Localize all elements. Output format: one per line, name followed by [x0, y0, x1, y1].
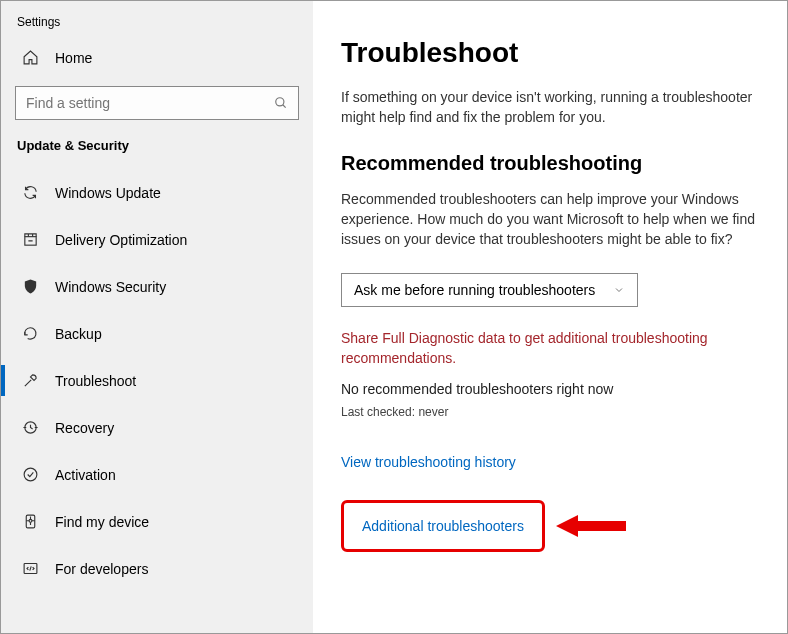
sidebar-item-label: Delivery Optimization — [55, 232, 187, 248]
sidebar-section-header: Update & Security — [1, 136, 313, 169]
home-button[interactable]: Home — [1, 29, 313, 78]
window-title: Settings — [1, 13, 313, 29]
sidebar-item-backup[interactable]: Backup — [1, 310, 313, 357]
recovery-icon — [21, 419, 39, 436]
refresh-icon — [21, 184, 39, 201]
dropdown-value: Ask me before running troubleshooters — [354, 282, 595, 298]
svg-line-1 — [283, 105, 286, 108]
svg-point-0 — [276, 98, 284, 106]
sidebar-item-windows-update[interactable]: Windows Update — [1, 169, 313, 216]
additional-troubleshooters-link[interactable]: Additional troubleshooters — [362, 518, 524, 534]
check-circle-icon — [21, 466, 39, 483]
svg-point-4 — [24, 468, 37, 481]
sidebar-item-delivery-optimization[interactable]: Delivery Optimization — [1, 216, 313, 263]
delivery-icon — [21, 231, 39, 248]
sidebar-item-windows-security[interactable]: Windows Security — [1, 263, 313, 310]
diagnostic-warning: Share Full Diagnostic data to get additi… — [341, 329, 759, 368]
sidebar-item-label: Recovery — [55, 420, 114, 436]
location-icon — [21, 513, 39, 530]
sidebar-item-for-developers[interactable]: For developers — [1, 545, 313, 592]
sidebar: Settings Home Update & Security Windows … — [1, 1, 313, 633]
page-title: Troubleshoot — [341, 37, 759, 69]
recommended-heading: Recommended troubleshooting — [341, 152, 759, 175]
view-history-link[interactable]: View troubleshooting history — [341, 454, 516, 470]
search-icon — [274, 96, 288, 110]
search-input-container[interactable] — [15, 86, 299, 120]
sidebar-item-label: Troubleshoot — [55, 373, 136, 389]
annotation-arrow-icon — [556, 513, 626, 539]
svg-point-6 — [29, 519, 32, 522]
backup-icon — [21, 325, 39, 342]
code-icon — [21, 560, 39, 577]
chevron-down-icon — [613, 284, 625, 296]
sidebar-item-activation[interactable]: Activation — [1, 451, 313, 498]
shield-icon — [21, 278, 39, 295]
home-label: Home — [55, 50, 92, 66]
sidebar-item-find-my-device[interactable]: Find my device — [1, 498, 313, 545]
sidebar-item-label: Find my device — [55, 514, 149, 530]
search-input[interactable] — [26, 95, 249, 111]
sidebar-item-label: For developers — [55, 561, 148, 577]
sidebar-item-troubleshoot[interactable]: Troubleshoot — [1, 357, 313, 404]
last-checked-text: Last checked: never — [341, 405, 759, 419]
sidebar-item-label: Activation — [55, 467, 116, 483]
svg-marker-8 — [556, 515, 626, 537]
home-icon — [21, 49, 39, 66]
intro-text: If something on your device isn't workin… — [341, 87, 759, 128]
troubleshoot-preference-dropdown[interactable]: Ask me before running troubleshooters — [341, 273, 638, 307]
recommended-text: Recommended troubleshooters can help imp… — [341, 189, 759, 250]
main-content: Troubleshoot If something on your device… — [313, 1, 787, 633]
sidebar-item-label: Windows Update — [55, 185, 161, 201]
wrench-icon — [21, 372, 39, 389]
annotation-highlight-box: Additional troubleshooters — [341, 500, 545, 552]
sidebar-item-recovery[interactable]: Recovery — [1, 404, 313, 451]
sidebar-item-label: Windows Security — [55, 279, 166, 295]
sidebar-item-label: Backup — [55, 326, 102, 342]
recommended-status: No recommended troubleshooters right now — [341, 381, 759, 397]
